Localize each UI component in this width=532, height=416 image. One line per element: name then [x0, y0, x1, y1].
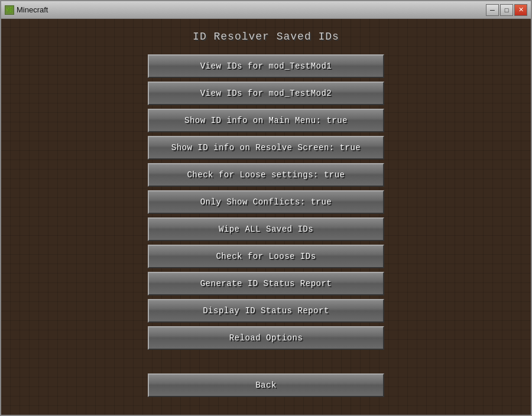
- view-mod2-button[interactable]: View IDs for mod_TestMod2: [148, 82, 384, 105]
- check-loose-settings-button[interactable]: Check for Loose settings: true: [148, 163, 384, 187]
- back-button[interactable]: Back: [148, 373, 384, 397]
- window-frame: 🌿 Minecraft ─ □ ✕ ID Resolver Saved IDs …: [0, 0, 532, 416]
- window-title: Minecraft: [17, 5, 48, 14]
- view-mod1-button[interactable]: View IDs for mod_TestMod1: [148, 54, 384, 78]
- main-content: ID Resolver Saved IDs View IDs for mod_T…: [1, 19, 531, 415]
- show-resolve-screen-button[interactable]: Show ID info on Resolve Screen: true: [148, 136, 384, 160]
- maximize-button[interactable]: □: [500, 4, 513, 16]
- buttons-container: View IDs for mod_TestMod1 View IDs for m…: [1, 54, 531, 373]
- minimize-button[interactable]: ─: [486, 4, 499, 16]
- only-show-conflicts-button[interactable]: Only Show Conflicts: true: [148, 190, 384, 214]
- reload-options-button[interactable]: Reload Options: [148, 326, 384, 350]
- page-title: ID Resolver Saved IDs: [193, 31, 339, 43]
- close-button[interactable]: ✕: [514, 4, 527, 16]
- title-bar-left: 🌿 Minecraft: [5, 5, 48, 15]
- display-report-button[interactable]: Display ID Status Report: [148, 299, 384, 323]
- back-section: Back: [148, 373, 384, 403]
- title-bar: 🌿 Minecraft ─ □ ✕: [1, 1, 531, 19]
- show-main-menu-button[interactable]: Show ID info on Main Menu: true: [148, 109, 384, 132]
- window-controls: ─ □ ✕: [486, 4, 527, 16]
- check-loose-ids-button[interactable]: Check for Loose IDs: [148, 245, 384, 268]
- generate-report-button[interactable]: Generate ID Status Report: [148, 272, 384, 295]
- app-icon: 🌿: [5, 5, 14, 15]
- wipe-all-button[interactable]: Wipe ALL Saved IDs: [148, 217, 384, 241]
